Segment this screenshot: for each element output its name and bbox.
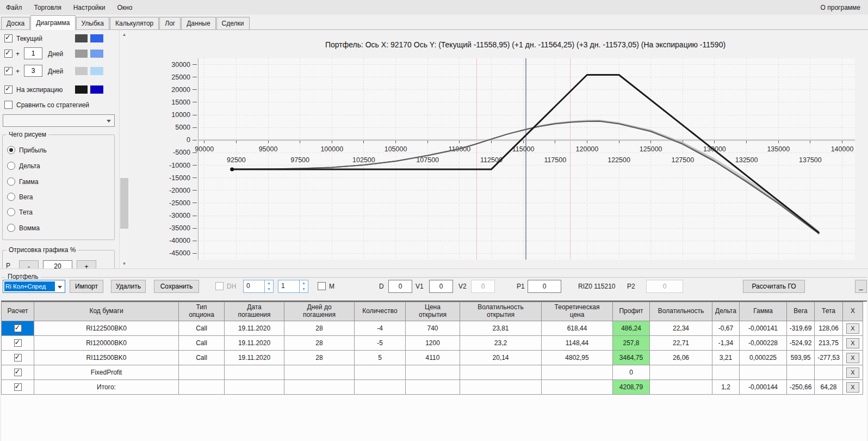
row-calc-checkbox[interactable]: ✓ <box>14 324 22 332</box>
dh-checkbox[interactable] <box>215 282 224 290</box>
radio-gamma[interactable] <box>7 177 15 186</box>
d-field[interactable]: 0 <box>388 280 412 293</box>
col-header-4[interactable]: Дней допогашения <box>284 302 355 321</box>
dh-spinner-1[interactable]: 0 ▲▼ <box>243 280 274 293</box>
svg-text:130000: 130000 <box>703 145 726 153</box>
color-swatch-2-current[interactable] <box>90 34 103 42</box>
col-header-6[interactable]: Ценаоткрытия <box>406 302 460 321</box>
radio-profit[interactable] <box>7 146 15 154</box>
m-checkbox[interactable] <box>318 282 326 290</box>
tab-smile[interactable]: Улыбка <box>76 17 110 29</box>
cell-code: RI120000BK0 <box>34 336 179 351</box>
menu-item-file[interactable]: Файл <box>0 1 28 14</box>
col-header-5[interactable]: Количество <box>355 302 406 321</box>
col-header-15[interactable]: X <box>843 302 863 321</box>
cell-days: 28 <box>284 321 355 336</box>
cell-theo_price: 1148,44 <box>542 336 613 351</box>
v1-label: V1 <box>416 280 424 293</box>
v1-field[interactable]: 0 <box>429 280 453 293</box>
render-percent-plus-button[interactable]: + <box>77 260 96 268</box>
col-header-8[interactable]: Теоретическаяцена <box>542 302 613 321</box>
color-swatch-1-expiration[interactable] <box>75 85 88 94</box>
cell-code: FixedProfit <box>34 365 179 380</box>
radio-theta[interactable] <box>7 208 15 216</box>
series-checkbox-plus3[interactable]: ✓ <box>4 67 13 75</box>
cell-calc[interactable]: ✓ <box>2 336 34 351</box>
menu-item-about[interactable]: О программе <box>813 1 868 14</box>
color-swatch-1-current[interactable] <box>75 34 88 42</box>
spinner-arrows-icon[interactable]: ▲▼ <box>264 280 273 292</box>
color-swatch-2-plus3[interactable] <box>90 67 103 75</box>
col-header-14[interactable]: Тета <box>815 302 843 321</box>
import-button[interactable]: Импорт <box>70 280 103 293</box>
cell-calc[interactable]: ✓ <box>2 351 34 365</box>
scroll-down-icon[interactable]: ▼ <box>120 259 128 268</box>
color-swatch-2-plus1[interactable] <box>90 50 103 58</box>
row-delete-button[interactable]: X <box>846 338 859 348</box>
cell-calc[interactable]: ✓ <box>2 365 34 380</box>
tab-calculator[interactable]: Калькулятор <box>110 17 159 29</box>
col-header-10[interactable]: Волатильность <box>650 302 712 321</box>
col-header-7[interactable]: Волатильностьоткрытия <box>460 302 542 321</box>
series-checkbox-expiration[interactable]: ✓ <box>4 85 13 94</box>
tab-deals[interactable]: Сделки <box>216 17 250 29</box>
spinner-arrows-icon[interactable]: ▲▼ <box>299 280 308 292</box>
row-calc-checkbox[interactable]: ✓ <box>14 339 22 347</box>
cell-vol: 22,34 <box>650 321 712 336</box>
menu-item-settings[interactable]: Настройки <box>67 1 111 14</box>
row-delete-button[interactable]: X <box>846 353 859 363</box>
col-header-0[interactable]: Расчет <box>2 302 34 321</box>
days-input-plus1[interactable] <box>24 47 42 59</box>
row-calc-checkbox[interactable]: ✓ <box>14 369 22 376</box>
cell-calc[interactable]: ✓ <box>2 321 34 336</box>
tab-log[interactable]: Лог <box>159 17 181 29</box>
cell-days: 28 <box>284 336 355 351</box>
render-percent-minus-button[interactable]: - <box>19 260 39 268</box>
save-button[interactable]: Сохранить <box>154 280 199 293</box>
p1-field[interactable]: 0 <box>528 280 561 293</box>
tab-board[interactable]: Доска <box>1 17 30 29</box>
cell-qty: 5 <box>355 351 406 365</box>
radio-delta[interactable] <box>7 162 15 170</box>
tab-data[interactable]: Данные <box>181 17 215 29</box>
cell-days <box>284 365 355 380</box>
cell-calc[interactable]: ✓ <box>2 380 34 395</box>
col-header-12[interactable]: Гамма <box>740 302 787 321</box>
days-input-plus3[interactable] <box>24 65 42 77</box>
col-header-11[interactable]: Дельта <box>712 302 740 321</box>
row-calc-checkbox[interactable]: ✓ <box>14 383 22 391</box>
col-header-1[interactable]: Код бумаги <box>34 302 179 321</box>
scroll-up-icon[interactable]: ▲ <box>120 30 128 39</box>
row-calc-checkbox[interactable]: ✓ <box>14 354 22 362</box>
radio-vomma[interactable] <box>7 224 15 232</box>
settings-scrollbar[interactable]: ▲ ▼ <box>119 30 128 268</box>
series-checkbox-plus1[interactable]: ✓ <box>4 50 13 58</box>
row-delete-button[interactable]: X <box>846 323 859 334</box>
tab-diagram[interactable]: Диаграмма <box>30 15 75 30</box>
col-header-13[interactable]: Вега <box>787 302 815 321</box>
color-swatch-1-plus1[interactable] <box>75 50 88 58</box>
col-header-3[interactable]: Датапогашения <box>225 302 284 321</box>
row-delete-button[interactable]: X <box>846 367 859 378</box>
radio-vega[interactable] <box>7 193 15 201</box>
menu-item-trade[interactable]: Торговля <box>28 1 67 14</box>
compare-strategy-checkbox[interactable] <box>4 101 13 109</box>
row-delete-button[interactable]: X <box>846 382 859 393</box>
series-checkbox-current[interactable]: ✓ <box>4 34 13 42</box>
scrollbar-thumb[interactable] <box>120 178 128 229</box>
col-header-9[interactable]: Профит <box>613 302 650 321</box>
pnl-chart[interactable]: 300002500020000150001000050000-5000-1000… <box>128 52 868 270</box>
minimize-panel-button[interactable]: _ <box>855 280 867 293</box>
color-swatch-2-expiration[interactable] <box>90 85 103 94</box>
dh-spinner-2[interactable]: 1 ▲▼ <box>278 280 308 293</box>
check-icon: ✓ <box>5 33 11 41</box>
portfolio-strategy-select[interactable]: Ri Кол+Спред <box>3 280 65 293</box>
render-percent-input[interactable] <box>43 260 72 268</box>
calc-margin-button[interactable]: Рассчитать ГО <box>743 280 805 293</box>
delete-button[interactable]: Удалить <box>111 280 146 293</box>
strategy-compare-select[interactable] <box>3 114 115 127</box>
color-swatch-1-plus3[interactable] <box>75 67 88 75</box>
cell-code: RI122500BK0 <box>34 321 179 336</box>
menu-item-window[interactable]: Окно <box>111 1 139 14</box>
col-header-2[interactable]: Типопциона <box>179 302 225 321</box>
